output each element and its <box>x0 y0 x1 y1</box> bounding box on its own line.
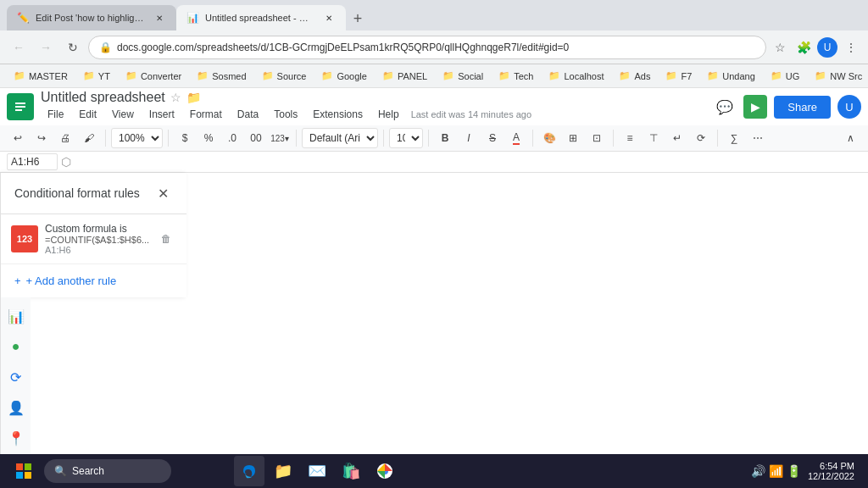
fill-color-button[interactable]: 🎨 <box>538 127 560 149</box>
menu-format[interactable]: Format <box>183 105 229 124</box>
tab-2[interactable]: 📊 Untitled spreadsheet - Google S... ✕ <box>176 5 346 30</box>
forward-button[interactable]: → <box>34 36 58 59</box>
more-button[interactable]: ⋯ <box>747 127 769 149</box>
user-avatar[interactable]: U <box>837 95 861 119</box>
bookmark-sosmed[interactable]: 📁 Sosmed <box>190 69 253 83</box>
taskbar-app-edge[interactable] <box>234 456 264 486</box>
menu-icon[interactable]: ⋮ <box>841 37 861 58</box>
sheets-document-title[interactable]: Untitled spreadsheet <box>41 90 165 105</box>
function-button[interactable]: ∑ <box>723 127 745 149</box>
sidebar-icon-3[interactable]: ⟳ <box>4 365 28 389</box>
taskbar-app-mail[interactable]: ✉️ <box>302 456 332 486</box>
cell-reference-input[interactable] <box>7 153 58 170</box>
bookmark-ads[interactable]: 📁 Ads <box>612 69 657 83</box>
bookmark-localhost[interactable]: 📁 Localhost <box>542 69 610 83</box>
share-button[interactable]: Share <box>774 96 831 119</box>
tab-favicon-2: 📊 <box>186 12 198 24</box>
redo-button[interactable]: ↪ <box>31 127 53 149</box>
bookmark-google[interactable]: 📁 Google <box>314 69 373 83</box>
strikethrough-button[interactable]: S <box>481 127 504 149</box>
taskbar-wifi-icon[interactable]: 📶 <box>769 464 783 478</box>
bookmark-nwsrc[interactable]: 📁 NW Src <box>808 69 868 83</box>
bookmark-ug[interactable]: 📁 UG <box>764 69 807 83</box>
cf-rule-formula-value: =COUNTIF($A$1:$H$6... <box>45 235 149 245</box>
sidebar-icon-1[interactable]: 📊 <box>4 304 28 328</box>
taskbar-app-explorer[interactable]: 📁 <box>268 456 298 486</box>
formula-input[interactable] <box>75 154 861 169</box>
new-tab-button[interactable]: + <box>346 7 370 30</box>
menu-insert[interactable]: Insert <box>142 105 181 124</box>
bookmark-undang[interactable]: 📁 Undang <box>700 69 762 83</box>
last-edit-label: Last edit was 14 minutes ago <box>411 109 531 119</box>
sidebar-icon-4[interactable]: 👤 <box>4 396 28 419</box>
back-button[interactable]: ← <box>7 36 31 59</box>
url-bar[interactable]: 🔒 docs.google.com/spreadsheets/d/1CB-GCr… <box>88 36 766 59</box>
rotate-button[interactable]: ⟳ <box>690 127 712 149</box>
font-size-select[interactable]: 10 <box>389 128 423 148</box>
print-button[interactable]: 🖨 <box>54 127 76 149</box>
secure-icon: 🔒 <box>99 42 112 53</box>
percent-button[interactable]: % <box>198 127 220 149</box>
taskbar-app-chrome[interactable] <box>370 456 400 486</box>
menu-tools[interactable]: Tools <box>267 105 304 124</box>
undo-button[interactable]: ↩ <box>7 127 29 149</box>
bookmark-social[interactable]: 📁 Social <box>436 69 490 83</box>
bookmark-tech[interactable]: 📁 Tech <box>492 69 540 83</box>
bookmark-master[interactable]: 📁 MASTER <box>7 69 75 83</box>
sidebar-icon-maps[interactable]: 📍 <box>4 426 28 450</box>
tab-1[interactable]: ✏️ Edit Post 'how to highlight dup... ✕ <box>7 5 176 30</box>
bookmark-panel[interactable]: 📁 PANEL <box>376 69 434 83</box>
taskbar-app-store[interactable]: 🛍️ <box>336 456 366 486</box>
hide-toolbar-button[interactable]: ∧ <box>839 127 861 149</box>
decimal-decrease[interactable]: .0 <box>221 127 243 149</box>
bold-button[interactable]: B <box>434 127 456 149</box>
taskbar-time[interactable]: 6:54 PM 12/12/2022 <box>808 461 854 481</box>
menu-help[interactable]: Help <box>371 105 406 124</box>
decimal-increase[interactable]: 00 <box>245 127 267 149</box>
borders-button[interactable]: ⊞ <box>562 127 584 149</box>
start-button[interactable] <box>7 458 41 485</box>
bookmark-converter[interactable]: 📁 Converter <box>119 69 188 83</box>
menu-file[interactable]: File <box>41 105 70 124</box>
font-select[interactable]: Default (Ari... <box>302 128 378 148</box>
currency-button[interactable]: $ <box>174 127 196 149</box>
bookmark-yt[interactable]: 📁 YT <box>76 69 117 83</box>
merge-button[interactable]: ⊡ <box>586 127 608 149</box>
bookmark-f7[interactable]: 📁 F7 <box>659 69 698 83</box>
menu-view[interactable]: View <box>105 105 141 124</box>
wrap-button[interactable]: ↵ <box>666 127 688 149</box>
bookmark-source[interactable]: 📁 Source <box>255 69 314 83</box>
bookmark-master-label: MASTER <box>29 71 68 81</box>
cf-delete-button[interactable]: 🗑 <box>156 229 176 249</box>
sheets-header: Untitled spreadsheet ☆ 📁 File Edit View … <box>0 88 868 125</box>
refresh-button[interactable]: ↻ <box>61 36 85 59</box>
cf-rule-item[interactable]: 123 Custom formula is =COUNTIF($A$1:$H$6… <box>1 214 186 264</box>
meet-icon[interactable]: ▶ <box>743 95 767 119</box>
taskbar-battery-icon[interactable]: 🔋 <box>787 464 801 478</box>
cf-add-rule-button[interactable]: + + Add another rule <box>1 264 186 297</box>
taskbar-network-icon[interactable]: 🔊 <box>751 464 765 478</box>
profile-icon[interactable]: U <box>817 37 837 58</box>
star-icon[interactable]: ☆ <box>770 37 790 58</box>
star-icon[interactable]: ☆ <box>170 91 181 104</box>
bookmark-converter-label: Converter <box>141 71 181 81</box>
menu-extensions[interactable]: Extensions <box>306 105 370 124</box>
paint-format-button[interactable]: 🖌 <box>78 127 100 149</box>
folder-icon[interactable]: 📁 <box>186 91 201 104</box>
cf-close-button[interactable]: ✕ <box>153 183 173 203</box>
extension-icon[interactable]: 🧩 <box>793 37 814 58</box>
comments-icon[interactable]: 💬 <box>713 95 737 119</box>
format-123[interactable]: 123▾ <box>269 127 291 149</box>
italic-button[interactable]: I <box>458 127 480 149</box>
taskbar-search[interactable]: 🔍 Search <box>44 459 171 483</box>
tab-close-1[interactable]: ✕ <box>153 11 166 25</box>
menu-edit[interactable]: Edit <box>72 105 103 124</box>
menu-data[interactable]: Data <box>231 105 265 124</box>
align-button[interactable]: ≡ <box>619 127 641 149</box>
tab-close-2[interactable]: ✕ <box>322 11 336 25</box>
add-rule-label: + Add another rule <box>26 274 117 287</box>
text-color-button[interactable]: A <box>505 127 527 149</box>
zoom-select[interactable]: 100% <box>111 128 163 148</box>
sidebar-icon-2[interactable]: ● <box>4 335 28 358</box>
valign-button[interactable]: ⊤ <box>643 127 665 149</box>
